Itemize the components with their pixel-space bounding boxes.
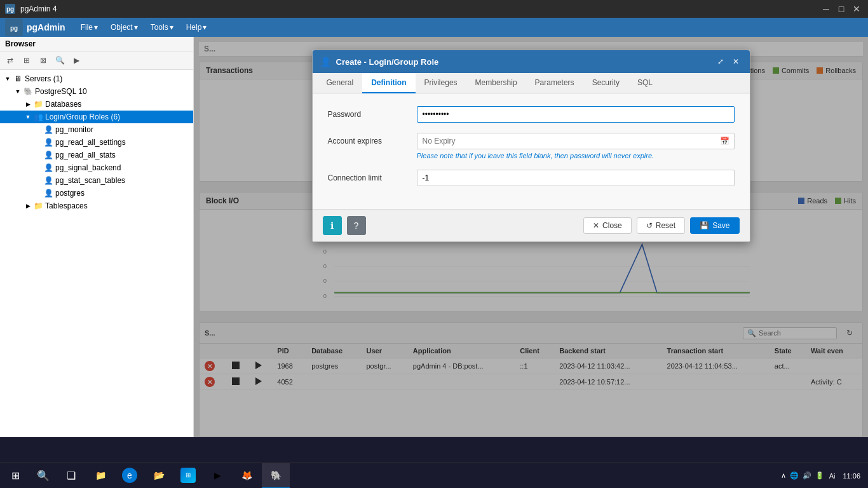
modal-tabs: General Definition Privileges Membership	[313, 73, 750, 93]
taskbar-apps: 📁 e 📂 ⊞ ▶ 🦊 🐘	[86, 463, 290, 489]
tree-item-databases[interactable]: ▶ 📁 Databases	[0, 98, 193, 111]
modal-title-text: Create - Login/Group Role	[336, 57, 709, 67]
tree-arrow-login-roles[interactable]: ▼	[23, 112, 33, 122]
minimize-button[interactable]: ─	[820, 4, 832, 14]
role-icon-postgres: 👤	[43, 188, 53, 198]
reset-button[interactable]: ↺ Reset	[637, 217, 685, 234]
window-title: pgAdmin 4	[20, 4, 815, 13]
battery-icon: 🔋	[815, 471, 824, 480]
modal-expand-button[interactable]: ⤢	[714, 55, 727, 68]
reset-icon: ↺	[646, 221, 653, 230]
password-label: Password	[328, 106, 417, 119]
connection-limit-input[interactable]	[417, 170, 735, 186]
pgadmin-logo: pg pgAdmin	[5, 18, 65, 36]
maximize-button[interactable]: □	[835, 4, 848, 14]
tablespaces-icon: 📁	[33, 201, 43, 211]
taskbar-app-media[interactable]: ▶	[203, 463, 231, 489]
sidebar-tool-refresh[interactable]: ⇄	[3, 53, 18, 68]
menu-file[interactable]: File ▾	[76, 20, 103, 34]
media-icon: ▶	[210, 468, 225, 483]
tree-item-pg-signal-backend[interactable]: ▶ 👤 pg_signal_backend	[0, 161, 193, 174]
taskbar-app-explorer[interactable]: 📂	[145, 463, 173, 489]
menu-tools[interactable]: Tools ▾	[146, 20, 179, 34]
create-login-role-modal: 👤 Create - Login/Group Role ⤢ ✕ General	[312, 50, 750, 242]
tab-security[interactable]: Security	[583, 73, 628, 93]
tree-item-pg-read-all-settings[interactable]: ▶ 👤 pg_read_all_settings	[0, 136, 193, 149]
account-expires-input[interactable]	[417, 133, 735, 149]
modal-title-icon: 👤	[320, 57, 331, 67]
sidebar-tool-grid[interactable]: ⊞	[19, 53, 34, 68]
sidebar: Browser ⇄ ⊞ ⊠ 🔍 ▶ ▼ 🖥 Servers (1) ▼ 🐘 Po…	[0, 37, 194, 437]
save-icon: 💾	[700, 221, 709, 230]
tree-item-pg-read-all-stats[interactable]: ▶ 👤 pg_read_all_stats	[0, 149, 193, 161]
sidebar-tool-search[interactable]: 🔍	[52, 53, 67, 68]
tab-definition[interactable]: Definition	[362, 73, 415, 93]
taskbar: ⊞ 🔍 ❑ 📁 e 📂 ⊞ ▶ 🦊 🐘	[0, 463, 868, 488]
password-row: Password	[328, 106, 735, 123]
tree-arrow-tablespaces[interactable]: ▶	[23, 201, 33, 211]
tree-item-postgres[interactable]: ▶ 👤 postgres	[0, 187, 193, 200]
task-view-button[interactable]: ❑	[58, 463, 84, 489]
tab-privileges[interactable]: Privileges	[416, 73, 466, 93]
close-icon: ✕	[593, 221, 599, 230]
account-expires-input-group: 📅	[417, 133, 735, 149]
modal-backdrop: 👤 Create - Login/Group Role ⤢ ✕ General	[194, 37, 868, 437]
language-indicator[interactable]: Ai	[827, 472, 838, 480]
sidebar-tool-run[interactable]: ▶	[69, 53, 84, 68]
password-input[interactable]	[417, 106, 735, 123]
tray-expand-icon[interactable]: ∧	[781, 471, 786, 480]
tree-arrow-postgresql[interactable]: ▼	[13, 86, 23, 97]
tab-membership[interactable]: Membership	[466, 73, 526, 93]
calendar-button[interactable]: 📅	[718, 134, 732, 148]
expiry-hint: Please note that if you leave this field…	[417, 152, 735, 159]
tree-item-postgresql[interactable]: ▼ 🐘 PostgreSQL 10	[0, 85, 193, 98]
taskbar-app-pgadmin[interactable]: 🐘	[262, 463, 290, 489]
sidebar-toolbar: ⇄ ⊞ ⊠ 🔍 ▶	[0, 51, 193, 70]
taskbar-app-store[interactable]: ⊞	[174, 463, 202, 489]
menu-help[interactable]: Help ▾	[181, 20, 212, 34]
start-button[interactable]: ⊞	[3, 463, 28, 489]
tree-arrow-databases[interactable]: ▶	[23, 99, 33, 109]
taskbar-app-edge[interactable]: e	[116, 463, 144, 489]
footer-left: ℹ ?	[323, 216, 366, 235]
tab-general[interactable]: General	[318, 73, 363, 93]
save-button[interactable]: 💾 Save	[690, 217, 739, 234]
info-icon: ℹ	[330, 220, 334, 231]
help-icon: ?	[354, 220, 359, 231]
modal-close-button[interactable]: ✕	[729, 55, 742, 68]
tree-item-login-roles[interactable]: ▼ 👥 Login/Group Roles (6)	[0, 111, 193, 123]
pgadmin-logo-icon: pg	[5, 18, 23, 36]
taskbar-left: ⊞ 🔍 ❑ 📁 e 📂 ⊞ ▶ 🦊 🐘	[0, 463, 290, 489]
taskbar-app-file-explorer[interactable]: 📁	[86, 463, 114, 489]
main-panel: S... Transactions Transactions	[194, 37, 868, 437]
taskbar-app-firefox[interactable]: 🦊	[233, 463, 261, 489]
footer-right: ✕ Close ↺ Reset 💾 Save	[583, 217, 739, 234]
modal-body: Password Account expires 📅	[313, 93, 750, 209]
sidebar-tree: ▼ 🖥 Servers (1) ▼ 🐘 PostgreSQL 10 ▶ 📁 Da…	[0, 70, 193, 437]
close-button[interactable]: ✕ Close	[583, 217, 632, 234]
menu-object[interactable]: Object ▾	[105, 20, 143, 34]
account-expires-label: Account expires	[328, 133, 417, 146]
login-roles-icon: 👥	[33, 112, 43, 122]
help-button[interactable]: ?	[347, 216, 366, 235]
tree-item-servers[interactable]: ▼ 🖥 Servers (1)	[0, 72, 193, 85]
tree-item-pg-monitor[interactable]: ▶ 👤 pg_monitor	[0, 123, 193, 136]
tree-arrow-servers[interactable]: ▼	[3, 74, 13, 84]
tab-sql[interactable]: SQL	[628, 73, 661, 93]
tab-parameters[interactable]: Parameters	[526, 73, 583, 93]
explorer-icon: 📂	[151, 468, 166, 483]
info-button[interactable]: ℹ	[323, 216, 342, 235]
svg-text:pg: pg	[10, 25, 18, 32]
tree-item-pg-stat-scan-tables[interactable]: ▶ 👤 pg_stat_scan_tables	[0, 174, 193, 187]
sidebar-tool-delete[interactable]: ⊠	[36, 53, 51, 68]
firefox-icon: 🦊	[239, 468, 254, 483]
password-control	[417, 106, 735, 123]
role-icon-pg-monitor: 👤	[43, 125, 53, 135]
close-button[interactable]: ✕	[850, 4, 863, 14]
postgresql-icon: 🐘	[23, 86, 33, 97]
connection-limit-control	[417, 170, 735, 186]
tree-item-tablespaces[interactable]: ▶ 📁 Tablespaces	[0, 200, 193, 212]
clock[interactable]: 11:06	[840, 472, 863, 480]
search-button[interactable]: 🔍	[31, 463, 56, 489]
store-icon: ⊞	[180, 468, 196, 483]
